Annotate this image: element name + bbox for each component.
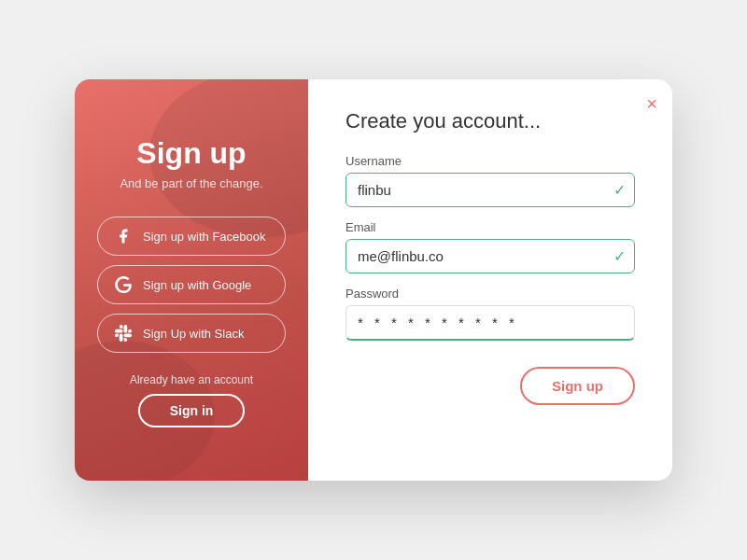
google-icon xyxy=(113,274,134,295)
facebook-icon xyxy=(113,226,134,246)
slack-signup-button[interactable]: Sign Up with Slack xyxy=(97,314,286,353)
email-group: Email ✓ xyxy=(345,220,635,273)
email-check-icon: ✓ xyxy=(613,247,626,265)
left-subtitle: And be part of the change. xyxy=(120,176,262,190)
username-label: Username xyxy=(345,154,635,168)
close-button[interactable]: × xyxy=(646,94,657,113)
signup-modal: Sign up And be part of the change. Sign … xyxy=(75,79,672,481)
username-check-icon: ✓ xyxy=(613,181,626,199)
email-input-wrapper: ✓ xyxy=(345,239,635,273)
signup-button[interactable]: Sign up xyxy=(520,367,635,405)
google-signup-button[interactable]: Sign up with Google xyxy=(97,265,286,304)
password-label: Password xyxy=(345,287,635,301)
username-input-wrapper: ✓ xyxy=(345,173,635,207)
slack-icon xyxy=(113,323,134,343)
facebook-signup-label: Sign up with Facebook xyxy=(143,230,266,244)
right-panel: × Create you account... Username ✓ Email… xyxy=(308,79,672,481)
social-buttons-container: Sign up with Facebook Sign up with Googl… xyxy=(97,217,286,353)
facebook-signup-button[interactable]: Sign up with Facebook xyxy=(97,217,286,256)
password-input[interactable] xyxy=(345,305,635,341)
signin-button[interactable]: Sign in xyxy=(138,394,246,427)
left-panel: Sign up And be part of the change. Sign … xyxy=(75,79,308,481)
email-label: Email xyxy=(345,220,635,234)
password-input-wrapper xyxy=(345,305,635,341)
username-group: Username ✓ xyxy=(345,154,635,207)
password-group: Password xyxy=(345,287,635,341)
google-signup-label: Sign up with Google xyxy=(143,278,251,292)
username-input[interactable] xyxy=(345,173,635,207)
left-title: Sign up xyxy=(136,136,246,171)
already-account-text: Already have an account xyxy=(130,373,253,386)
right-title: Create you account... xyxy=(345,109,635,133)
email-input[interactable] xyxy=(345,239,635,273)
slack-signup-label: Sign Up with Slack xyxy=(143,327,244,341)
